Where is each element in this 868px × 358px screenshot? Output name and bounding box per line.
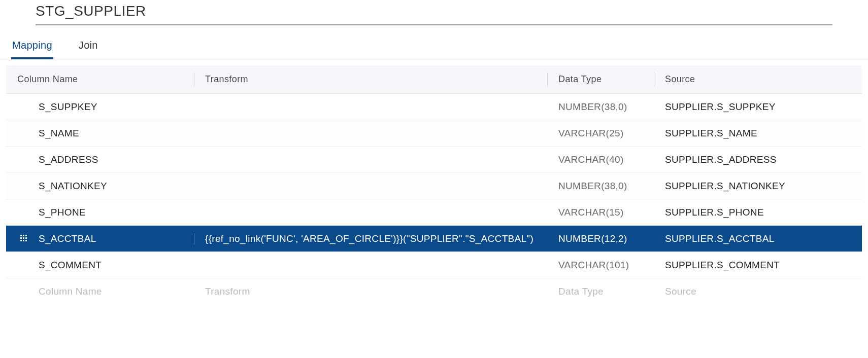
table-row[interactable]: S_COMMENTVARCHAR(101)SUPPLIER.S_COMMENT bbox=[6, 252, 862, 278]
cell-column-name[interactable]: S_ADDRESS bbox=[6, 154, 194, 165]
tab-mapping[interactable]: Mapping bbox=[11, 38, 53, 59]
cell-column-name[interactable]: S_ACCTBAL bbox=[6, 233, 194, 244]
cell-data-type[interactable]: VARCHAR(40) bbox=[547, 154, 654, 165]
cell-transform-value: {{ref_no_link('FUNC', 'AREA_OF_CIRCLE')}… bbox=[205, 233, 533, 244]
cell-data-type[interactable]: NUMBER(38,0) bbox=[547, 181, 654, 192]
placeholder-datatype[interactable]: Data Type bbox=[547, 286, 654, 297]
cell-source[interactable]: SUPPLIER.S_PHONE bbox=[654, 207, 862, 218]
page-title: STG_SUPPLIER bbox=[36, 3, 832, 23]
cell-source-value: SUPPLIER.S_PHONE bbox=[665, 207, 764, 218]
tabs: Mapping Join bbox=[0, 25, 868, 59]
cell-source-value: SUPPLIER.S_SUPPKEY bbox=[665, 101, 776, 112]
cell-source-value: SUPPLIER.S_NATIONKEY bbox=[665, 181, 785, 191]
th-datatype-label: Data Type bbox=[558, 74, 602, 84]
cell-source-value: SUPPLIER.S_NAME bbox=[665, 128, 757, 138]
cell-column-name[interactable]: S_PHONE bbox=[6, 207, 194, 218]
cell-source-value: SUPPLIER.S_ADDRESS bbox=[665, 154, 777, 165]
cell-column-name[interactable]: S_NATIONKEY bbox=[6, 181, 194, 192]
cell-source[interactable]: SUPPLIER.S_NAME bbox=[654, 128, 862, 139]
table-row[interactable]: S_NAMEVARCHAR(25)SUPPLIER.S_NAME bbox=[6, 120, 862, 147]
cell-data-type[interactable]: VARCHAR(25) bbox=[547, 128, 654, 139]
cell-transform[interactable]: {{ref_no_link('FUNC', 'AREA_OF_CIRCLE')}… bbox=[194, 233, 547, 244]
table-header: Column Name Transform Data Type Source bbox=[6, 65, 862, 94]
cell-data-type[interactable]: NUMBER(12,2) bbox=[547, 233, 654, 244]
th-data-type[interactable]: Data Type bbox=[547, 74, 654, 85]
cell-data-type[interactable]: VARCHAR(15) bbox=[547, 207, 654, 218]
placeholder-transform[interactable]: Transform bbox=[194, 286, 547, 297]
table-row[interactable]: S_PHONEVARCHAR(15)SUPPLIER.S_PHONE bbox=[6, 199, 862, 226]
th-source-label: Source bbox=[665, 74, 695, 84]
cell-column-name[interactable]: S_NAME bbox=[6, 128, 194, 139]
tab-join[interactable]: Join bbox=[78, 38, 99, 59]
table-row[interactable]: S_SUPPKEYNUMBER(38,0)SUPPLIER.S_SUPPKEY bbox=[6, 94, 862, 120]
placeholder-source[interactable]: Source bbox=[654, 286, 862, 297]
cell-data-type-value: VARCHAR(101) bbox=[558, 260, 629, 270]
cell-source[interactable]: SUPPLIER.S_ACCTBAL bbox=[654, 233, 862, 244]
cell-column-name[interactable]: S_SUPPKEY bbox=[6, 101, 194, 113]
table-row[interactable]: S_ACCTBAL{{ref_no_link('FUNC', 'AREA_OF_… bbox=[6, 226, 862, 252]
cell-source[interactable]: SUPPLIER.S_NATIONKEY bbox=[654, 181, 862, 192]
mapping-table: Column Name Transform Data Type Source S… bbox=[0, 59, 868, 305]
cell-source[interactable]: SUPPLIER.S_ADDRESS bbox=[654, 154, 862, 165]
table-row[interactable]: S_ADDRESSVARCHAR(40)SUPPLIER.S_ADDRESS bbox=[6, 147, 862, 173]
cell-column-name[interactable]: S_COMMENT bbox=[6, 260, 194, 271]
cell-source[interactable]: SUPPLIER.S_SUPPKEY bbox=[654, 101, 862, 113]
cell-data-type-value: VARCHAR(15) bbox=[558, 207, 624, 218]
cell-source-value: SUPPLIER.S_ACCTBAL bbox=[665, 233, 775, 244]
th-transform-label: Transform bbox=[205, 74, 248, 84]
cell-source-value: SUPPLIER.S_COMMENT bbox=[665, 260, 780, 270]
th-transform[interactable]: Transform bbox=[194, 74, 547, 85]
th-source[interactable]: Source bbox=[654, 74, 862, 85]
cell-data-type-value: VARCHAR(25) bbox=[558, 128, 624, 138]
cell-data-type-value: NUMBER(38,0) bbox=[558, 101, 627, 112]
cell-data-type-value: VARCHAR(40) bbox=[558, 154, 624, 165]
placeholder-name[interactable]: Column Name bbox=[6, 286, 194, 297]
new-row-placeholder[interactable]: Column Name Transform Data Type Source bbox=[6, 278, 862, 305]
table-row[interactable]: S_NATIONKEYNUMBER(38,0)SUPPLIER.S_NATION… bbox=[6, 173, 862, 199]
cell-data-type[interactable]: VARCHAR(101) bbox=[547, 260, 654, 271]
cell-source[interactable]: SUPPLIER.S_COMMENT bbox=[654, 260, 862, 271]
cell-data-type-value: NUMBER(12,2) bbox=[558, 233, 627, 244]
th-column-name[interactable]: Column Name bbox=[6, 74, 194, 85]
cell-data-type[interactable]: NUMBER(38,0) bbox=[547, 101, 654, 113]
cell-data-type-value: NUMBER(38,0) bbox=[558, 181, 627, 191]
